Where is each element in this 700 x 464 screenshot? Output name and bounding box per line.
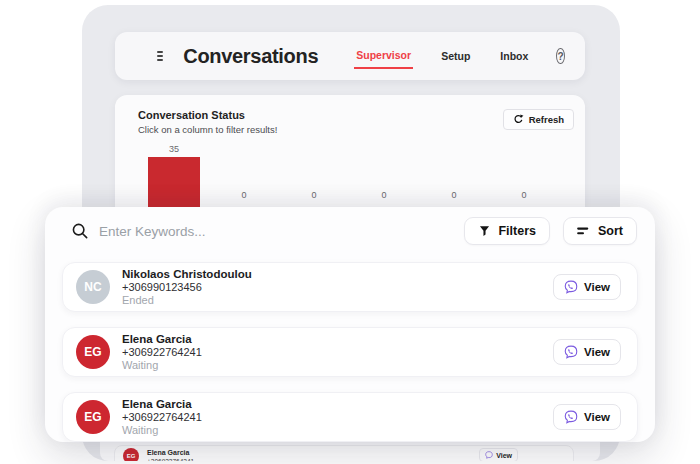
chart-column[interactable]: 0 xyxy=(279,143,349,213)
viber-icon xyxy=(564,345,578,359)
partial-contact-name: Elena Garcia xyxy=(147,448,194,457)
tab-setup[interactable]: Setup xyxy=(439,44,472,68)
view-button[interactable]: View xyxy=(553,404,621,430)
sort-label: Sort xyxy=(598,224,623,238)
refresh-icon xyxy=(513,114,524,125)
page-title: Conversations xyxy=(183,45,318,68)
search-row: Filters Sort xyxy=(45,207,655,255)
view-button-label: View xyxy=(584,281,610,293)
avatar: NC xyxy=(76,270,110,304)
contact-status: Ended xyxy=(122,294,252,307)
view-button[interactable]: View xyxy=(553,339,621,365)
tab-supervisor[interactable]: Supervisor xyxy=(354,43,413,69)
contact-status: Waiting xyxy=(122,359,202,372)
background-list-strip: EG Elena Garcia +306922764241 View xyxy=(100,442,600,461)
conversation-list: NC Nikolaos Christodoulou +306990123456 … xyxy=(62,262,638,442)
filters-label: Filters xyxy=(498,224,536,238)
chart-bar[interactable] xyxy=(148,157,200,213)
status-bar-chart: 3500000 xyxy=(139,143,559,213)
contact-phone: +306922764241 xyxy=(122,346,202,359)
help-icon[interactable]: ? xyxy=(556,48,565,64)
partial-list-item: EG Elena Garcia +306922764241 View xyxy=(114,445,574,461)
sort-button[interactable]: Sort xyxy=(563,217,637,245)
chart-column[interactable]: 35 xyxy=(139,143,209,213)
contact-status: Waiting xyxy=(122,424,202,437)
partial-view-button: View xyxy=(479,448,518,461)
chart-column[interactable]: 0 xyxy=(419,143,489,213)
search-icon xyxy=(71,222,89,240)
chart-column[interactable]: 0 xyxy=(489,143,559,213)
chart-value-label: 0 xyxy=(241,189,246,201)
conversation-list-item[interactable]: NC Nikolaos Christodoulou +306990123456 … xyxy=(62,262,638,312)
chart-value-label: 0 xyxy=(311,189,316,201)
contact-name: Elena Garcia xyxy=(122,332,202,346)
viber-icon xyxy=(485,451,493,459)
chart-value-label: 35 xyxy=(169,143,179,155)
refresh-button[interactable]: Refresh xyxy=(503,109,574,130)
chart-value-label: 0 xyxy=(451,189,456,201)
contact-phone: +306990123456 xyxy=(122,281,252,294)
avatar: EG xyxy=(76,335,110,369)
chart-column[interactable]: 0 xyxy=(209,143,279,213)
partial-contact-phone: +306922764241 xyxy=(147,457,194,461)
view-button[interactable]: View xyxy=(553,274,621,300)
viber-icon xyxy=(564,410,578,424)
view-button-label: View xyxy=(584,411,610,423)
viber-icon xyxy=(564,280,578,294)
refresh-label: Refresh xyxy=(529,114,564,125)
screenshot-stage: Conversations Supervisor Setup Inbox ? C… xyxy=(0,0,700,464)
contact-phone: +306922764241 xyxy=(122,411,202,424)
status-card-subtitle: Click on a column to filter results! xyxy=(138,124,277,135)
conversation-list-panel: Filters Sort NC Nikolaos Christodoulou +… xyxy=(45,207,655,442)
avatar: EG xyxy=(76,400,110,434)
chart-value-label: 0 xyxy=(381,189,386,201)
filters-button[interactable]: Filters xyxy=(464,217,550,245)
partial-card-avatar: EG xyxy=(123,448,139,461)
conversation-list-item[interactable]: EG Elena Garcia +306922764241 Waiting Vi… xyxy=(62,392,638,442)
app-header: Conversations Supervisor Setup Inbox ? xyxy=(115,32,585,80)
sort-icon xyxy=(577,225,591,237)
chart-value-label: 0 xyxy=(521,189,526,201)
filter-icon xyxy=(478,224,491,238)
view-button-label: View xyxy=(584,346,610,358)
contact-name: Elena Garcia xyxy=(122,397,202,411)
contact-name: Nikolaos Christodoulou xyxy=(122,267,252,281)
hamburger-menu-icon[interactable] xyxy=(157,51,163,61)
status-card-title: Conversation Status xyxy=(138,109,277,121)
search-input[interactable] xyxy=(99,224,451,239)
tab-inbox[interactable]: Inbox xyxy=(498,44,530,68)
chart-column[interactable]: 0 xyxy=(349,143,419,213)
conversation-list-item[interactable]: EG Elena Garcia +306922764241 Waiting Vi… xyxy=(62,327,638,377)
